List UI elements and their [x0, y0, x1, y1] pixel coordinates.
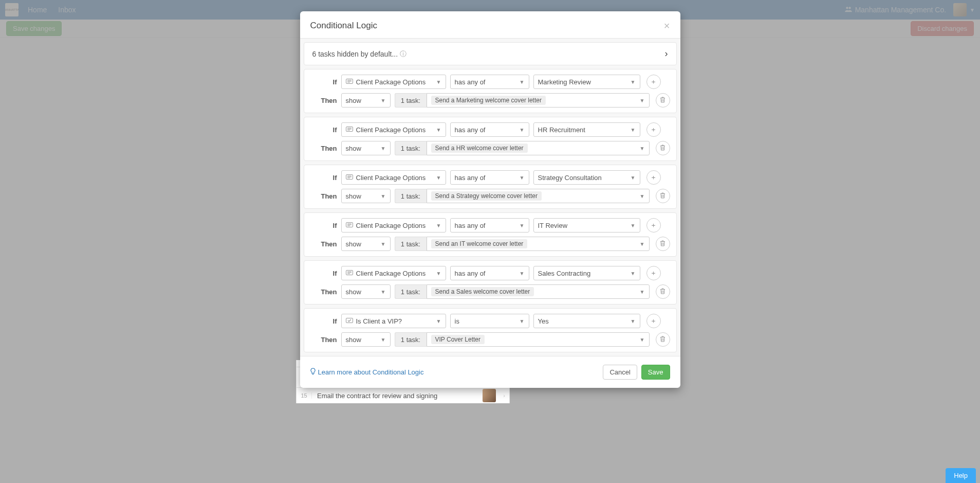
close-icon[interactable]: × [664, 21, 670, 31]
modal-header: Conditional Logic × [300, 11, 680, 38]
modal-title: Conditional Logic [310, 21, 377, 31]
conditional-logic-modal: Conditional Logic × 6 tasks hidden by de… [300, 11, 680, 38]
